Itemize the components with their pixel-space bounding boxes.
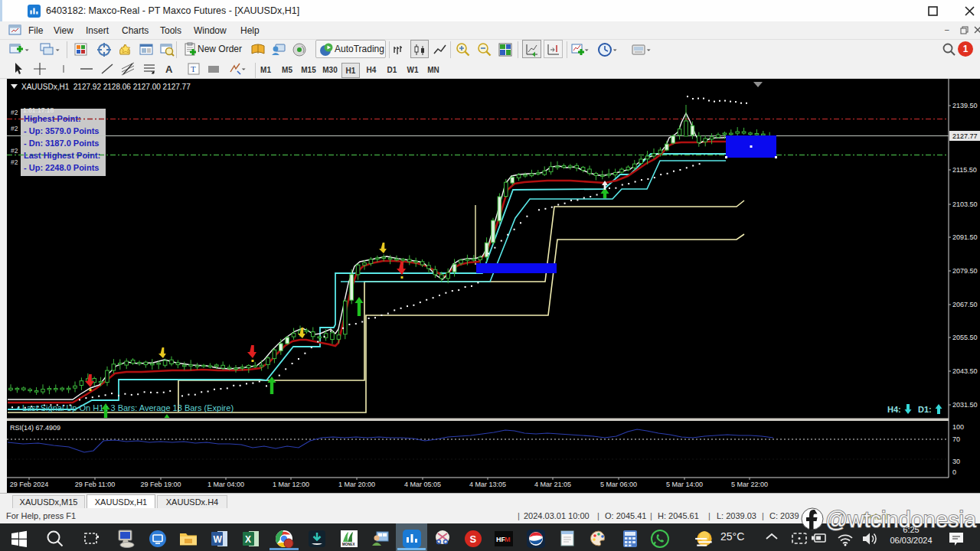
svg-text:29 Feb 11:00: 29 Feb 11:00: [75, 481, 115, 488]
svg-text:RSI(14) 67.4909: RSI(14) 67.4909: [10, 424, 60, 432]
svg-text:W: W: [214, 534, 223, 545]
svg-text:30: 30: [952, 458, 960, 465]
svg-text:29 Feb 19:00: 29 Feb 19:00: [140, 481, 181, 488]
svg-text:- Up: 2248.0 Points: - Up: 2248.0 Points: [24, 163, 99, 172]
svg-text:2055.50: 2055.50: [952, 334, 978, 341]
svg-text:5 Mar 06:00: 5 Mar 06:00: [600, 481, 637, 488]
svg-text:2067.50: 2067.50: [952, 301, 978, 308]
svg-text:0: 0: [952, 468, 956, 476]
svg-text:• Last Signal Up On H1 : 3 Bar: • Last Signal Up On H1 : 3 Bars: Average…: [17, 403, 234, 412]
svg-text:MONEX: MONEX: [342, 543, 355, 546]
svg-text:M: M: [505, 536, 511, 543]
svg-text:1:61.17.18: 1:61.17.18: [23, 106, 54, 114]
svg-text:5 Mar 22:00: 5 Mar 22:00: [731, 481, 768, 488]
svg-text:4 Mar 05:05: 4 Mar 05:05: [404, 481, 441, 488]
svg-text:Highest Point:: Highest Point:: [24, 114, 81, 123]
svg-text:- Up: 3579.0 Points: - Up: 3579.0 Points: [24, 126, 99, 135]
svg-text:#2: #2: [11, 147, 18, 155]
svg-text:#2: #2: [11, 158, 18, 166]
svg-text:X: X: [245, 534, 251, 545]
svg-text:H4:: H4:: [887, 405, 901, 414]
svg-text:2079.50: 2079.50: [952, 267, 978, 275]
svg-text:S: S: [470, 533, 477, 545]
svg-text:2091.50: 2091.50: [952, 233, 978, 241]
svg-text:4 Mar 21:05: 4 Mar 21:05: [534, 481, 571, 488]
svg-text:- Dn: 3187.0 Points: - Dn: 3187.0 Points: [24, 139, 99, 148]
svg-text:2043.50: 2043.50: [952, 367, 978, 375]
svg-text:2139.50: 2139.50: [952, 102, 978, 109]
svg-text:2031.50: 2031.50: [952, 401, 978, 409]
svg-text:100: 100: [952, 423, 964, 431]
svg-text:2103.50: 2103.50: [952, 201, 978, 208]
svg-text:#2: #2: [11, 109, 18, 116]
svg-text:70: 70: [952, 435, 960, 443]
svg-text:2115.50: 2115.50: [952, 166, 977, 174]
svg-text:4 Mar 13:05: 4 Mar 13:05: [469, 481, 506, 488]
svg-text:D1:: D1:: [918, 405, 932, 414]
svg-text:29 Feb 2024: 29 Feb 2024: [10, 481, 49, 488]
svg-text:2127.77: 2127.77: [952, 132, 978, 140]
svg-text:Last Highest Point:: Last Highest Point:: [24, 151, 100, 160]
svg-text:#2: #2: [11, 125, 18, 132]
svg-text:1 Mar 20:00: 1 Mar 20:00: [338, 481, 375, 488]
svg-text:5 Mar 14:00: 5 Mar 14:00: [666, 481, 703, 488]
svg-text:1 Mar 12:00: 1 Mar 12:00: [273, 481, 309, 488]
svg-text:T: T: [191, 64, 196, 73]
svg-text:1 Mar 04:00: 1 Mar 04:00: [207, 481, 244, 488]
svg-text:@wtcindonesia: @wtcindonesia: [825, 507, 977, 532]
svg-text:XAUUSDx,H1 2127.92 2128.06 21: XAUUSDx,H1 2127.92 2128.06 2127.00 2127.…: [21, 83, 191, 91]
